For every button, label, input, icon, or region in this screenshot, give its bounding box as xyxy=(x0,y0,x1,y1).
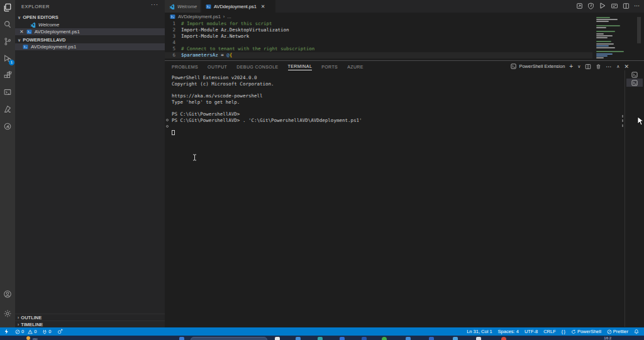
powershell-session[interactable]: PowerShell xyxy=(571,329,601,334)
panel-tab-bar: PROBLEMS OUTPUT DEBUG CONSOLE TERMINAL P… xyxy=(172,63,364,72)
tab-welcome[interactable]: Welcome xyxy=(165,0,200,13)
remote-explorer-icon[interactable] xyxy=(0,85,15,100)
notifications-bell-icon[interactable] xyxy=(634,329,639,334)
file-row-label: AVDdeployment.ps1 xyxy=(31,44,76,50)
run-selection-icon[interactable] xyxy=(611,3,618,9)
close-panel-icon[interactable]: ✕ xyxy=(624,63,629,70)
tab-avddeployment[interactable]: AVDdeployment.ps1 ✕ xyxy=(201,0,275,13)
new-terminal-button[interactable]: + xyxy=(569,63,573,70)
split-terminal-button[interactable] xyxy=(585,63,591,70)
terminal-line: PowerShell Extension v2024.0.0 xyxy=(172,75,612,81)
braces-icon: { } xyxy=(562,329,565,334)
indentation[interactable]: Spaces: 4 xyxy=(498,329,519,334)
chevron-down-icon[interactable]: ∨ xyxy=(577,64,580,69)
minimap-line xyxy=(596,35,613,36)
command-decoration-icon[interactable] xyxy=(166,125,169,128)
taskbar-app-icon[interactable] xyxy=(476,337,481,340)
run-file-icon[interactable] xyxy=(599,2,606,9)
taskbar-app-icon[interactable] xyxy=(296,337,301,340)
taskbar-app-icon[interactable] xyxy=(340,337,345,340)
error-circle-icon xyxy=(15,329,20,334)
language-mode[interactable]: { } xyxy=(562,329,565,334)
run-debug-icon[interactable]: 1 xyxy=(0,51,15,66)
chevron-right-icon: › xyxy=(223,14,225,19)
tab-problems[interactable]: PROBLEMS xyxy=(172,65,198,70)
tab-ports[interactable]: PORTS xyxy=(321,65,338,70)
source-control-icon[interactable] xyxy=(0,34,15,49)
folder-section[interactable]: ∨ POWERSHELLAVD xyxy=(15,36,165,43)
taskbar-app-icon[interactable] xyxy=(318,337,323,340)
cursor-position[interactable]: Ln 31, Col 1 xyxy=(467,329,492,334)
terminal-line xyxy=(172,129,612,136)
terminal-line: PS C:\Git\PowershellAVD> xyxy=(172,111,612,118)
terminal-profile[interactable]: PowerShell Extension xyxy=(511,63,565,69)
timeline-section[interactable]: › TIMELINE xyxy=(15,321,165,327)
terminal-output[interactable]: PowerShell Extension v2024.0.0Copyright … xyxy=(172,75,612,136)
extra-status-badge[interactable]: 0 xyxy=(42,329,51,334)
taskbar-app-icon[interactable] xyxy=(453,337,458,340)
remote-indicator[interactable] xyxy=(4,329,9,334)
close-icon[interactable]: ✕ xyxy=(261,4,265,9)
taskbar-app-icon[interactable] xyxy=(362,337,367,340)
taskbar-clock[interactable]: 16:2 xyxy=(604,336,611,340)
more-actions-icon[interactable]: ⋯ xyxy=(634,3,640,9)
chevron-down-icon: ∨ xyxy=(18,15,21,19)
terminal-cursor xyxy=(172,130,175,135)
terminal-list-item-selected[interactable] xyxy=(626,79,643,87)
breadcrumb-more[interactable]: ... xyxy=(227,14,231,19)
kill-terminal-trash-icon[interactable] xyxy=(596,63,601,70)
editor-code-area[interactable]: 1# Import modules for this script2Import… xyxy=(165,21,592,60)
errors-warnings[interactable]: 0 0 xyxy=(15,329,36,334)
breadcrumb-file[interactable]: AVDdeployment.ps1 xyxy=(178,14,221,19)
prettier-status[interactable]: Prettier xyxy=(607,329,628,334)
file-row-avd[interactable]: AVDdeployment.ps1 xyxy=(15,43,165,50)
warning-triangle-icon xyxy=(28,329,33,334)
minimap-line xyxy=(596,19,618,20)
taskbar-app-icon[interactable] xyxy=(382,337,387,340)
minimap-line xyxy=(596,31,615,32)
sidebar-more-actions[interactable]: ··· xyxy=(151,1,158,8)
tab-output[interactable]: OUTPUT xyxy=(208,65,227,70)
azure-icon[interactable] xyxy=(0,102,15,117)
editor-code-lines: 1# Import modules for this script2Import… xyxy=(165,21,592,58)
taskbar-search-box[interactable] xyxy=(191,337,267,340)
taskbar-app-icon[interactable] xyxy=(429,337,434,340)
tab-terminal[interactable]: TERMINAL xyxy=(288,64,313,70)
extension-circle-icon[interactable] xyxy=(0,119,15,134)
weather-widget-icon[interactable] xyxy=(26,336,30,340)
open-preview-icon[interactable] xyxy=(576,3,583,9)
editor-scrollbar[interactable] xyxy=(637,17,641,43)
terminal-icon xyxy=(631,72,638,78)
open-editors-section[interactable]: ∨ OPEN EDITORS xyxy=(15,14,165,21)
taskbar-start-icon[interactable] xyxy=(179,337,184,340)
search-icon[interactable] xyxy=(0,17,15,32)
terminal-list-item[interactable] xyxy=(626,70,643,79)
maximize-panel-chevron-up-icon[interactable]: ∧ xyxy=(616,64,619,69)
minimap[interactable] xyxy=(595,17,634,61)
settings-gear-icon[interactable] xyxy=(0,306,15,321)
status-misc-icon[interactable] xyxy=(57,329,63,334)
explorer-icon[interactable] xyxy=(0,0,15,15)
close-icon[interactable]: ✕ xyxy=(19,30,24,35)
taskbar-app-icon[interactable] xyxy=(501,337,506,340)
breadcrumb[interactable]: AVDdeployment.ps1 › ... xyxy=(165,13,605,21)
taskbar-app-icon[interactable] xyxy=(275,337,280,340)
command-decoration-icon[interactable] xyxy=(166,119,169,121)
encoding[interactable]: UTF-8 xyxy=(525,329,538,334)
more-actions-icon[interactable]: ⋯ xyxy=(606,63,612,70)
extensions-icon[interactable] xyxy=(0,68,15,83)
eol-sequence[interactable]: CRLF xyxy=(543,329,556,334)
outline-section[interactable]: › OUTLINE xyxy=(15,314,165,321)
open-editor-avd[interactable]: ✕ AVDdeployment.ps1 xyxy=(15,28,165,35)
shield-icon[interactable] xyxy=(587,3,594,9)
taskbar-app-icon[interactable] xyxy=(406,337,411,340)
accounts-icon[interactable] xyxy=(0,287,15,302)
tab-debug-console[interactable]: DEBUG CONSOLE xyxy=(236,65,278,70)
minimap-line xyxy=(596,37,608,38)
sync-icon xyxy=(571,329,576,334)
lightning-icon xyxy=(4,329,9,334)
code-line: 2Import-Module Az.DesktopVirtualization xyxy=(165,27,592,33)
split-editor-icon[interactable] xyxy=(623,3,630,9)
tab-azure[interactable]: AZURE xyxy=(347,65,364,70)
open-editor-welcome[interactable]: Welcome xyxy=(15,21,165,28)
